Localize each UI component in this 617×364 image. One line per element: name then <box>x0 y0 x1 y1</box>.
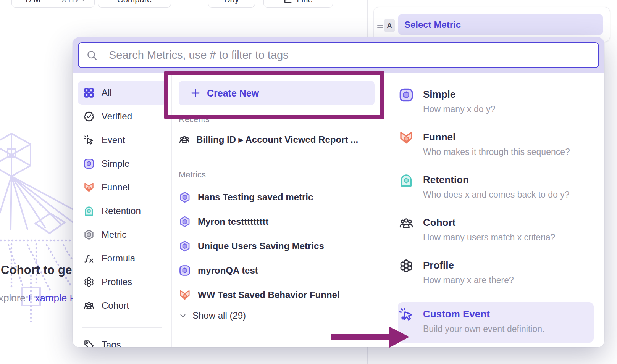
metric-type-title: Funnel <box>423 131 570 143</box>
sidebar-item-label: Tags <box>102 340 121 347</box>
example-reports-link[interactable]: Example R <box>28 292 77 304</box>
chart-type-line-button[interactable]: Line <box>263 0 333 8</box>
metric-type-text: Retention Who does x and comes back to d… <box>423 174 570 200</box>
search-box[interactable] <box>78 42 599 68</box>
sidebar-divider <box>82 327 162 328</box>
sidebar-item[interactable]: Cohort <box>78 294 167 317</box>
empty-state-headline-fragment: Cohort to ge <box>1 263 72 277</box>
show-all-label: Show all (29) <box>192 310 246 321</box>
simple-icon <box>83 158 95 169</box>
metric-type-item[interactable]: Simple How many x do y? <box>392 89 599 131</box>
sidebar-item[interactable]: Retention <box>78 199 167 223</box>
recents-section-label: Recents <box>179 114 375 124</box>
metric-type-text: Cohort How many users match x criteria? <box>423 217 555 243</box>
saved-metric-label: WW Test Saved Behavior Funnel <box>198 290 340 300</box>
show-all-button[interactable]: Show all (29) <box>179 310 375 321</box>
text-caret <box>105 48 105 62</box>
saved-metric-label: Hans Testing saved metric <box>198 192 313 203</box>
metric-type-description: Build your own event definition. <box>423 324 544 334</box>
saved-metric-label: Myron testtttttttt <box>198 216 268 227</box>
sidebar-item-label: Metric <box>102 229 126 240</box>
grid-icon <box>83 87 95 98</box>
sidebar-item-label: Formula <box>102 253 135 264</box>
saved-metric-item[interactable]: Unique Users Saving Metrics <box>179 234 375 258</box>
recents-divider <box>179 158 375 158</box>
search-icon <box>86 50 98 61</box>
compare-button[interactable]: Compare <box>98 0 171 8</box>
sidebar-item-label: Profiles <box>102 277 132 287</box>
metric-type-title: Retention <box>423 174 570 185</box>
metric-type-item[interactable]: Custom Event Build your own event defini… <box>398 302 594 343</box>
plus-icon <box>190 88 201 98</box>
chevron-down-icon <box>179 311 187 320</box>
metric-type-text: Profile How many x are there? <box>423 259 514 285</box>
custom-event-icon <box>399 307 414 322</box>
recent-item[interactable]: Billing ID ▸ Account Viewed Report ... <box>179 131 375 148</box>
verified-icon <box>83 111 95 122</box>
range-xtd-button[interactable]: XTD <box>53 0 95 7</box>
chevron-down-icon <box>80 0 86 3</box>
saved-metric-item[interactable]: myronQA test <box>179 258 375 283</box>
drag-handle-icon[interactable] <box>377 23 383 28</box>
metric-type-description: How many users match x criteria? <box>423 232 555 243</box>
sidebar-item[interactable]: Funnel <box>78 176 167 199</box>
simple-icon <box>179 264 191 277</box>
date-range-segmented-control[interactable]: 12M XTD <box>11 0 95 8</box>
metric-type-item[interactable]: Funnel Who makes it through this sequenc… <box>392 131 599 174</box>
metrics-section-label: Metrics <box>179 170 375 180</box>
day-label: Day <box>224 0 239 5</box>
explore-text: xplore <box>0 292 28 304</box>
simple-icon <box>399 87 414 103</box>
sidebar-item[interactable]: Metric <box>78 223 167 246</box>
empty-state-illustration <box>0 126 73 340</box>
sidebar-item[interactable]: Profiles <box>78 270 167 294</box>
search-band <box>73 37 604 73</box>
funnel-icon <box>179 289 191 301</box>
profiles-icon <box>83 276 95 288</box>
cohort-icon <box>83 300 95 311</box>
saved-metric-label: myronQA test <box>198 265 258 276</box>
metric-type-item[interactable]: Cohort How many users match x criteria? <box>392 217 599 259</box>
metric-type-text: Custom Event Build your own event defini… <box>423 308 544 334</box>
sidebar-item-label: Cohort <box>102 300 129 311</box>
granularity-day-button[interactable]: Day <box>208 0 255 8</box>
select-metric-field[interactable]: Select Metric <box>398 14 603 35</box>
create-new-button[interactable]: Create New <box>179 81 375 105</box>
cohort-icon <box>179 134 190 145</box>
sidebar-item[interactable]: Simple <box>78 152 167 176</box>
saved-metric-item[interactable]: Hans Testing saved metric <box>179 185 375 209</box>
profiles-icon <box>399 258 414 274</box>
line-chart-icon <box>284 0 292 4</box>
sidebar-item[interactable]: Event <box>78 128 167 152</box>
create-new-label: Create New <box>207 88 259 99</box>
funnel-icon <box>83 182 95 193</box>
sidebar-item[interactable]: Verified <box>78 105 167 128</box>
saved-metric-item[interactable]: WW Test Saved Behavior Funnel <box>179 283 375 307</box>
range-12m-button[interactable]: 12M <box>12 0 53 7</box>
sidebar-item-label: Funnel <box>102 182 129 193</box>
empty-state-explore-fragment: xplore Example R <box>0 292 77 304</box>
recent-item-label: Billing ID ▸ Account Viewed Report ... <box>196 134 358 145</box>
metric-type-description: Who does x and comes back to do y? <box>423 190 570 200</box>
metric-picker-modal: All Verified Event Simple Funnel Retenti… <box>73 37 604 347</box>
retention-icon <box>83 205 95 217</box>
metric-type-title: Profile <box>423 259 514 271</box>
sidebar-item-tags[interactable]: Tags <box>78 333 167 347</box>
hex-metric-icon <box>179 191 191 203</box>
metric-type-column: Simple How many x do y? Funnel Who makes… <box>392 73 604 347</box>
metric-type-text: Funnel Who makes it through this sequenc… <box>423 131 570 157</box>
metric-type-item[interactable]: Retention Who does x and comes back to d… <box>392 174 599 217</box>
metric-type-item[interactable]: Profile How many x are there? <box>392 259 599 302</box>
metric-type-description: How many x do y? <box>423 104 495 114</box>
metric-type-text: Simple How many x do y? <box>423 89 495 114</box>
saved-metric-item[interactable]: Myron testtttttttt <box>179 209 375 234</box>
range-12m-label: 12M <box>24 0 40 5</box>
metric-type-title: Simple <box>423 89 495 100</box>
formula-icon <box>83 253 95 264</box>
sidebar-item-label: Verified <box>102 111 132 122</box>
sidebar-item[interactable]: Formula <box>78 246 167 270</box>
sidebar-item[interactable]: All <box>78 81 167 105</box>
metric-row-badge: A <box>384 19 395 32</box>
sidebar-item-label: Retention <box>102 206 141 216</box>
search-input[interactable] <box>109 49 591 61</box>
